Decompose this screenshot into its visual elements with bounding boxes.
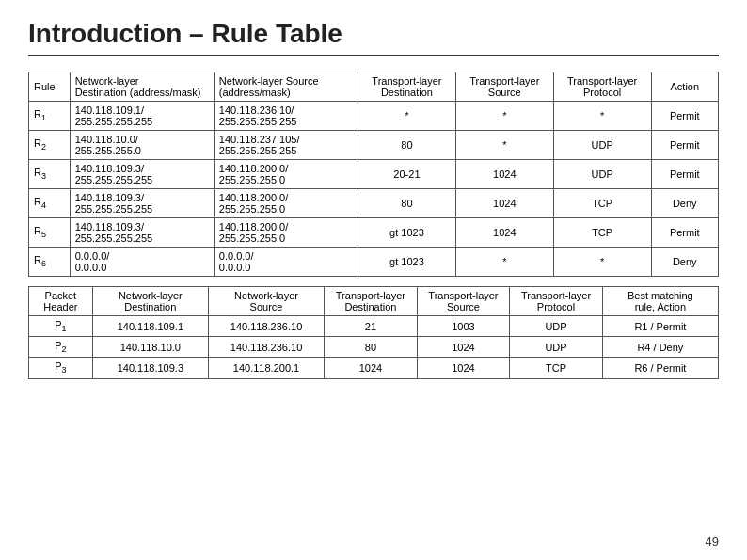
packet-row: P2 140.118.10.0 140.118.236.10 80 1024 U… xyxy=(29,337,719,358)
rule-id: R1 xyxy=(29,102,71,131)
net-src: 140.118.200.0/ 255.255.255.0 xyxy=(214,160,358,189)
trans-src: * xyxy=(455,248,553,277)
pkt-trans-src: 1024 xyxy=(417,358,510,378)
col-action: Action xyxy=(651,72,718,102)
table-row: R4 140.118.109.3/ 255.255.255.255 140.11… xyxy=(29,189,719,218)
pkt-action: R1 / Permit xyxy=(602,316,718,337)
table-row: R3 140.118.109.3/ 255.255.255.255 140.11… xyxy=(29,160,719,189)
trans-dest: 20-21 xyxy=(358,160,456,189)
title-divider xyxy=(28,55,719,56)
pkt-net-dest: 140.118.109.3 xyxy=(92,358,208,378)
pkt-net-src: 140.118.236.10 xyxy=(208,337,324,358)
trans-proto: UDP xyxy=(553,131,651,160)
trans-src: * xyxy=(455,102,553,131)
pkt-trans-src: 1003 xyxy=(417,316,510,337)
rule-id: R5 xyxy=(29,218,71,248)
pcol-net-src: Network-layerSource xyxy=(208,287,324,316)
trans-proto: * xyxy=(553,248,651,277)
pcol-header: PacketHeader xyxy=(29,287,93,316)
net-dest: 140.118.109.1/ 255.255.255.255 xyxy=(70,102,214,131)
net-dest: 0.0.0.0/0.0.0.0 xyxy=(70,248,214,277)
pkt-trans-proto: UDP xyxy=(510,316,603,337)
net-src: 140.118.200.0/ 255.255.255.0 xyxy=(214,189,358,218)
col-net-src: Network-layer Source(address/mask) xyxy=(214,72,358,102)
net-src: 140.118.236.10/ 255.255.255.255 xyxy=(214,102,358,131)
pkt-action: R6 / Permit xyxy=(602,358,718,378)
trans-dest: gt 1023 xyxy=(358,248,456,277)
pkt-trans-dest: 21 xyxy=(325,316,418,337)
pcol-trans-src: Transport-layerSource xyxy=(417,287,510,316)
pkt-net-src: 140.118.200.1 xyxy=(208,358,324,378)
net-dest: 140.118.109.3/ 255.255.255.255 xyxy=(70,218,214,248)
pcol-trans-proto: Transport-layerProtocol xyxy=(510,287,603,316)
pcol-trans-dest: Transport-layerDestination xyxy=(325,287,418,316)
trans-src: 1024 xyxy=(455,189,553,218)
trans-dest: * xyxy=(358,102,456,131)
packet-row: P3 140.118.109.3 140.118.200.1 1024 1024… xyxy=(29,358,719,378)
pkt-trans-src: 1024 xyxy=(417,337,510,358)
pkt-header: P1 xyxy=(29,316,93,337)
col-trans-dest: Transport-layerDestination xyxy=(358,72,456,102)
net-dest: 140.118.10.0/ 255.255.255.0 xyxy=(70,131,214,160)
col-trans-proto: Transport-layerProtocol xyxy=(553,72,651,102)
rule-id: R4 xyxy=(29,189,71,218)
action: Permit xyxy=(651,160,718,189)
table-row: R5 140.118.109.3/ 255.255.255.255 140.11… xyxy=(29,218,719,248)
action: Deny xyxy=(651,248,718,277)
pkt-trans-dest: 80 xyxy=(325,337,418,358)
pkt-trans-dest: 1024 xyxy=(325,358,418,378)
pkt-action: R4 / Deny xyxy=(602,337,718,358)
col-trans-src: Transport-layerSource xyxy=(455,72,553,102)
trans-proto: * xyxy=(553,102,651,131)
trans-dest: 80 xyxy=(358,189,456,218)
trans-dest: 80 xyxy=(358,131,456,160)
trans-dest: gt 1023 xyxy=(358,218,456,248)
net-src: 140.118.237.105/ 255.255.255.255 xyxy=(214,131,358,160)
net-dest: 140.118.109.3/ 255.255.255.255 xyxy=(70,160,214,189)
pcol-action: Best matchingrule, Action xyxy=(602,287,718,316)
rule-id: R2 xyxy=(29,131,71,160)
col-net-dest: Network-layerDestination (address/mask) xyxy=(70,72,214,102)
pcol-net-dest: Network-layerDestination xyxy=(92,287,208,316)
pkt-net-dest: 140.118.10.0 xyxy=(92,337,208,358)
packet-table: PacketHeader Network-layerDestination Ne… xyxy=(28,286,719,379)
rule-id: R6 xyxy=(29,248,71,277)
rule-table: Rule Network-layerDestination (address/m… xyxy=(28,72,719,277)
trans-src: * xyxy=(455,131,553,160)
trans-src: 1024 xyxy=(455,160,553,189)
page-title: Introduction – Rule Table xyxy=(28,19,719,49)
pkt-header: P2 xyxy=(29,337,93,358)
net-src: 0.0.0.0/0.0.0.0 xyxy=(214,248,358,277)
trans-proto: TCP xyxy=(553,218,651,248)
pkt-net-src: 140.118.236.10 xyxy=(208,316,324,337)
col-rule: Rule xyxy=(29,72,71,102)
action: Permit xyxy=(651,131,718,160)
net-src: 140.118.200.0/ 255.255.255.0 xyxy=(214,218,358,248)
action: Permit xyxy=(651,218,718,248)
trans-proto: TCP xyxy=(553,189,651,218)
trans-proto: UDP xyxy=(553,160,651,189)
table-row: R2 140.118.10.0/ 255.255.255.0 140.118.2… xyxy=(29,131,719,160)
pkt-net-dest: 140.118.109.1 xyxy=(92,316,208,337)
action: Permit xyxy=(651,102,718,131)
pkt-header: P3 xyxy=(29,358,93,378)
table-row: R6 0.0.0.0/0.0.0.0 0.0.0.0/0.0.0.0 gt 10… xyxy=(29,248,719,277)
trans-src: 1024 xyxy=(455,218,553,248)
net-dest: 140.118.109.3/ 255.255.255.255 xyxy=(70,189,214,218)
pkt-trans-proto: TCP xyxy=(510,358,603,378)
packet-row: P1 140.118.109.1 140.118.236.10 21 1003 … xyxy=(29,316,719,337)
table-row: R1 140.118.109.1/ 255.255.255.255 140.11… xyxy=(29,102,719,131)
rule-id: R3 xyxy=(29,160,71,189)
action: Deny xyxy=(651,189,718,218)
pkt-trans-proto: UDP xyxy=(510,337,603,358)
page-number: 49 xyxy=(706,535,719,549)
